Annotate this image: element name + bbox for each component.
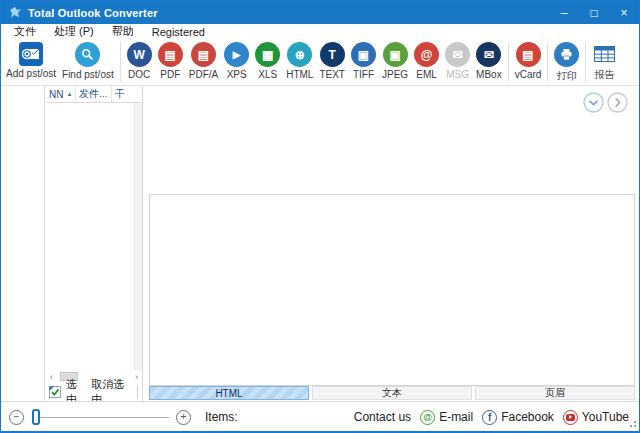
message-list-header: NN ▲ 发件... 干 [46, 86, 142, 103]
toolbar-label: PDF [160, 69, 180, 80]
menu-help[interactable]: 帮助 [103, 24, 143, 39]
glyph: ▣ [358, 49, 369, 61]
scroll-right-arrow[interactable]: › [135, 372, 138, 382]
toolbar-label: TIFF [353, 69, 374, 80]
column-header-subject[interactable]: 干 [112, 86, 142, 102]
tab-header[interactable]: 页眉 [475, 386, 635, 400]
window-controls: – □ × [549, 1, 639, 24]
convert-tiff-button[interactable]: ▣ TIFF [348, 41, 379, 81]
column-header-sender[interactable]: 发件... [76, 86, 112, 102]
link-label: Facebook [501, 410, 554, 424]
print-button[interactable]: 打印 [551, 41, 582, 84]
folder-tree-panel [1, 86, 45, 401]
toolbar: Add pst/ost Find pst/ost W DOC ▤ PDF ▤ P… [1, 39, 639, 86]
convert-pdfa-button[interactable]: ▤ PDF/A [186, 41, 221, 81]
column-label: NN [49, 89, 63, 100]
toolbar-label: Find pst/ost [62, 69, 114, 80]
preview-tab-bar: HTML 文本 页眉 [149, 386, 635, 400]
glyph: @ [421, 49, 433, 61]
close-button[interactable]: × [609, 1, 639, 24]
facebook-link[interactable]: f Facebook [482, 410, 554, 425]
resize-grip[interactable] [628, 419, 636, 427]
convert-mbox-button[interactable]: ✉ MBox [473, 41, 505, 81]
toolbar-label: Add pst/ost [6, 68, 56, 79]
report-button[interactable]: 报告 [589, 41, 619, 83]
contact-us-link[interactable]: Contact us [354, 410, 411, 424]
glyph: ▤ [165, 49, 176, 61]
toolbar-separator [585, 42, 586, 82]
convert-html-button[interactable]: ⊕ HTML [283, 41, 316, 81]
pdfa-icon: ▤ [191, 42, 216, 67]
pdf-icon: ▤ [158, 42, 183, 67]
toolbar-separator [547, 42, 548, 82]
toolbar-label: 打印 [557, 69, 577, 83]
html-icon: ⊕ [287, 42, 312, 67]
youtube-link[interactable]: YouTube [563, 410, 629, 425]
vertical-scrollbar[interactable] [134, 103, 142, 370]
glyph: ▤ [198, 49, 209, 61]
glyph: ▤ [522, 49, 533, 61]
tab-text[interactable]: 文本 [312, 386, 472, 400]
message-list-body [46, 103, 142, 370]
check-flag-icon [49, 386, 61, 398]
youtube-icon [563, 410, 578, 425]
toolbar-label: DOC [128, 69, 150, 80]
toolbar-label: 报告 [594, 68, 614, 82]
at-icon: @ [420, 410, 435, 425]
slider-handle[interactable] [32, 409, 40, 425]
menu-file[interactable]: 文件 [5, 24, 45, 39]
preview-panel: HTML 文本 页眉 [144, 86, 639, 401]
tab-html[interactable]: HTML [149, 386, 309, 400]
toolbar-label: XLS [258, 69, 277, 80]
application-window: Total Outlook Converter – □ × 文件 处理 (P) … [0, 0, 640, 433]
zoom-in-button[interactable]: + [176, 410, 191, 425]
glyph: ▦ [262, 49, 273, 61]
content-area: NN ▲ 发件... 干 ‹ › [1, 86, 639, 401]
text-icon: T [320, 42, 345, 67]
email-link[interactable]: @ E-mail [420, 410, 473, 425]
convert-xps-button[interactable]: ▶ XPS [221, 41, 252, 81]
add-pst-button[interactable]: Add pst/ost [3, 41, 59, 80]
convert-text-button[interactable]: T TEXT [316, 41, 348, 81]
convert-vcard-button[interactable]: ▤ vCard [512, 41, 545, 81]
header-collapse-controls [583, 92, 628, 113]
vcard-icon: ▤ [516, 42, 541, 67]
title-bar: Total Outlook Converter – □ × [1, 1, 639, 24]
convert-pdf-button[interactable]: ▤ PDF [155, 41, 186, 81]
menu-process[interactable]: 处理 (P) [45, 24, 103, 39]
glyph: T [329, 49, 336, 61]
toolbar-label: JPEG [382, 69, 408, 80]
convert-eml-button[interactable]: @ EML [411, 41, 442, 81]
toolbar-label: HTML [286, 69, 313, 80]
column-header-nn[interactable]: NN ▲ [46, 86, 76, 102]
menu-registered[interactable]: Registered [143, 26, 214, 38]
xps-icon: ▶ [224, 42, 249, 67]
toolbar-label: TEXT [319, 69, 345, 80]
expand-right-button[interactable] [607, 92, 628, 113]
toolbar-label: PDF/A [189, 69, 218, 80]
items-count-label: Items: [205, 410, 238, 424]
chevron-right-icon [607, 92, 628, 113]
msg-icon: ✉ [445, 42, 470, 67]
scroll-left-arrow[interactable]: ‹ [50, 372, 53, 382]
glyph: W [134, 49, 145, 61]
maximize-button[interactable]: □ [579, 1, 609, 24]
convert-jpeg-button[interactable]: ▣ JPEG [379, 41, 411, 81]
window-title: Total Outlook Converter [28, 7, 158, 19]
convert-xls-button[interactable]: ▦ XLS [252, 41, 283, 81]
slider-track [33, 417, 169, 418]
find-pst-button[interactable]: Find pst/ost [59, 41, 117, 81]
search-icon [75, 42, 100, 67]
zoom-out-button[interactable]: − [9, 410, 24, 425]
collapse-down-button[interactable] [583, 92, 604, 113]
eml-icon: @ [414, 42, 439, 67]
convert-doc-button[interactable]: W DOC [124, 41, 155, 81]
message-list-panel: NN ▲ 发件... 干 ‹ › [46, 86, 143, 401]
zoom-slider [31, 409, 169, 425]
xls-icon: ▦ [255, 42, 280, 67]
column-label: 发件... [79, 87, 107, 101]
doc-icon: W [127, 42, 152, 67]
glyph: ✉ [453, 49, 463, 61]
minimize-button[interactable]: – [549, 1, 579, 24]
jpeg-icon: ▣ [383, 42, 408, 67]
